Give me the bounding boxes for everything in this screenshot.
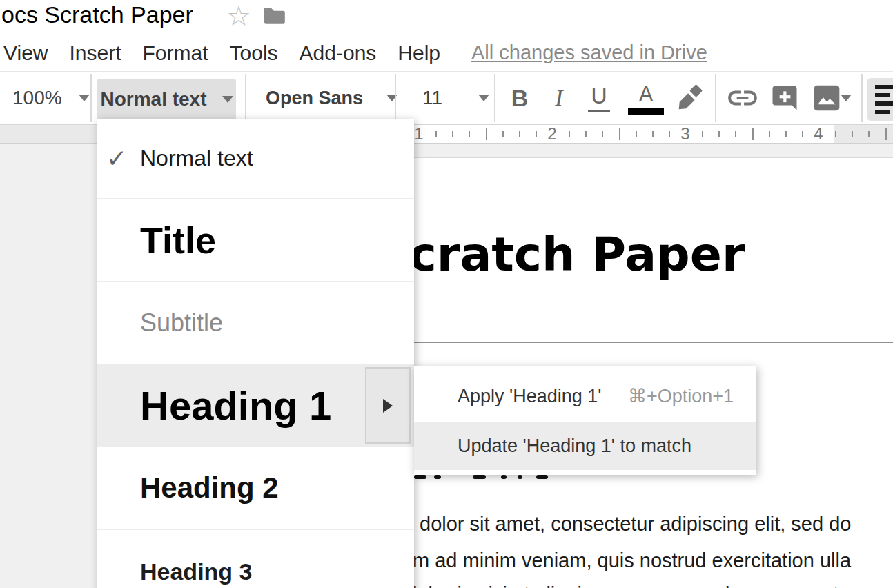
toolbar-separator [861, 74, 863, 122]
menubar: View Insert Format Tools Add-ons Help Al… [0, 35, 893, 71]
zoom-select[interactable]: 100% [12, 72, 90, 124]
toolbar: 100% Normal text Open Sans 11 B I U A [0, 71, 893, 125]
star-outline-icon[interactable]: ☆ [226, 0, 251, 32]
toolbar-separator [245, 74, 246, 122]
body-text-line[interactable]: laboris nisi ut aliquip ex ea commodo co… [413, 583, 893, 588]
menu-item-heading-1[interactable]: Heading 1 [97, 365, 414, 447]
toolbar-separator [90, 74, 92, 122]
body-text-line[interactable]: dolor sit amet, consectetur adipiscing e… [420, 513, 893, 536]
titlebar: ocs Scratch Paper ☆ [0, 0, 893, 35]
clipped-heading-fragment [414, 475, 426, 479]
chevron-down-icon [841, 95, 852, 101]
toolbar-separator [395, 74, 396, 122]
align-left-icon[interactable] [867, 78, 893, 121]
toolbar-separator [715, 74, 716, 122]
paragraph-styles-select[interactable]: Normal text [97, 79, 236, 120]
keyboard-shortcut: ⌘+Option+1 [628, 385, 734, 407]
italic-icon[interactable]: I [545, 72, 573, 124]
image-options-caret[interactable] [841, 72, 852, 124]
menu-item-heading-2[interactable]: Heading 2 [97, 447, 414, 530]
font-size-value: 11 [422, 87, 442, 109]
folder-icon[interactable] [262, 6, 286, 25]
chevron-down-icon [222, 96, 233, 103]
heading1-submenu: Apply 'Heading 1' ⌘+Option+1 Update 'Hea… [414, 366, 756, 475]
paragraph-styles-menu: ✓ Normal text Title Subtitle Heading 1 H… [97, 119, 414, 588]
paragraph-style-value: Normal text [100, 88, 206, 110]
heading1-submenu-arrow[interactable] [365, 367, 411, 444]
font-value: Open Sans [266, 88, 363, 109]
zoom-value: 100% [12, 87, 62, 109]
clipped-heading-fragment [434, 475, 441, 479]
font-size-select[interactable]: 11 [422, 72, 489, 124]
checkmark-icon: ✓ [106, 144, 127, 173]
submenu-right-arrow-icon [383, 399, 393, 413]
menu-insert[interactable]: Insert [69, 41, 121, 65]
font-select[interactable]: Open Sans [266, 72, 398, 124]
menu-item-normal-text[interactable]: ✓ Normal text [97, 119, 414, 199]
chevron-down-icon [79, 95, 90, 101]
menu-tools[interactable]: Tools [230, 41, 278, 65]
insert-link-icon[interactable] [723, 72, 762, 124]
menu-item-title[interactable]: Title [97, 199, 414, 282]
submenu-item-update-heading1[interactable]: Update 'Heading 1' to match [414, 422, 756, 470]
underline-icon[interactable]: U [583, 72, 615, 124]
text-color-icon[interactable]: A [627, 72, 665, 124]
insert-image-icon[interactable] [810, 72, 843, 124]
body-text-line[interactable]: m ad minim veniam, quis nostrud exercita… [413, 549, 893, 572]
menu-item-heading-3[interactable]: Heading 3 [97, 530, 414, 588]
clipped-heading-fragment [473, 475, 486, 479]
document-name[interactable]: ocs Scratch Paper [1, 1, 193, 28]
paint-format-icon[interactable] [671, 72, 709, 124]
clipped-heading-fragment [536, 475, 548, 479]
menu-help[interactable]: Help [398, 41, 440, 65]
menu-addons[interactable]: Add-ons [300, 41, 377, 65]
toolbar-separator [494, 74, 495, 122]
menu-view[interactable]: View [3, 41, 48, 65]
submenu-item-apply-heading1[interactable]: Apply 'Heading 1' ⌘+Option+1 [414, 371, 756, 422]
bold-icon[interactable]: B [504, 72, 536, 124]
menu-format[interactable]: Format [143, 41, 208, 65]
clipped-heading-fragment [501, 475, 507, 479]
chevron-down-icon [478, 95, 489, 101]
insert-comment-icon[interactable] [767, 72, 802, 124]
menu-item-subtitle[interactable]: Subtitle [97, 282, 414, 365]
clipped-heading-fragment [518, 475, 522, 479]
save-status-link[interactable]: All changes saved in Drive [471, 41, 707, 64]
current-text-color-bar [628, 108, 664, 115]
